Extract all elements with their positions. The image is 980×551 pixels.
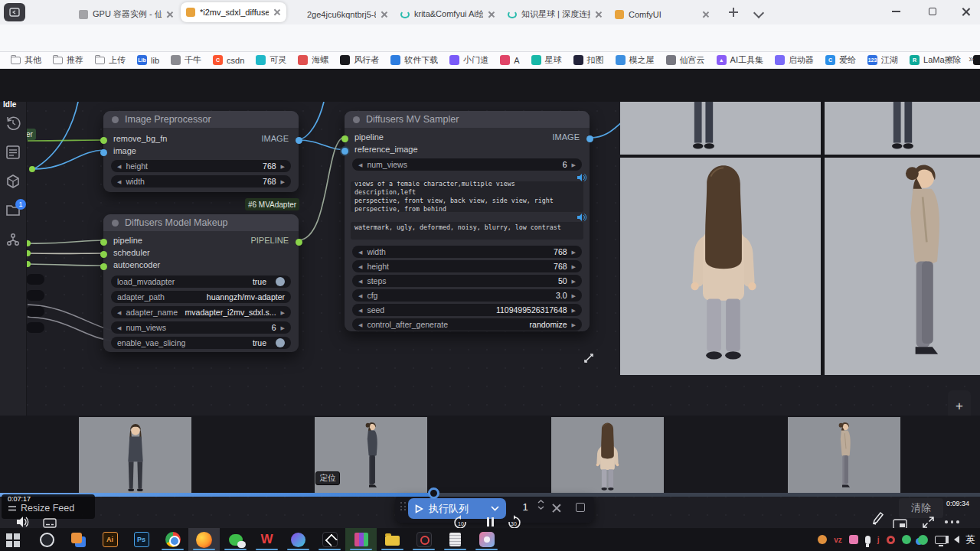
bookmarks-overflow-button[interactable]: » <box>969 54 974 64</box>
node-header[interactable]: Diffusers MV Sampler <box>345 111 590 128</box>
sidebar-workflows-button[interactable]: 1 <box>5 203 21 218</box>
tray-txt-icon[interactable]: vz <box>834 536 842 544</box>
input-socket-autoencoder[interactable] <box>100 263 107 270</box>
tab-close-button[interactable] <box>381 11 388 18</box>
prompt-textarea[interactable]: views of a female character,multiple vie… <box>351 181 583 212</box>
taskbar-app-illustrator[interactable]: Ai <box>94 528 126 551</box>
window-minimize-button[interactable] <box>879 0 913 23</box>
bookmark-8[interactable]: 海螺 <box>298 54 328 66</box>
decrement-arrow-icon[interactable]: ◀ <box>358 279 362 284</box>
increment-arrow-icon[interactable]: ▶ <box>281 325 285 331</box>
taskbar-app-chrome[interactable] <box>157 528 188 551</box>
gallery-image-3[interactable] <box>551 417 664 494</box>
bookmark-19[interactable]: C爱给 <box>825 54 856 66</box>
input-socket-pipeline[interactable] <box>341 135 348 142</box>
output-socket-pipeline[interactable] <box>296 239 302 246</box>
decrement-arrow-icon[interactable]: ◀ <box>117 179 121 184</box>
sidebar-node-library-button[interactable] <box>5 232 21 247</box>
ime-language-indicator[interactable]: 英 <box>966 533 976 546</box>
taskbar-app-capcut[interactable] <box>314 528 345 551</box>
more-options-button[interactable] <box>945 520 962 523</box>
bookmark-6[interactable]: Ccsdn <box>213 55 244 65</box>
taskbar-app-media-app[interactable] <box>283 528 314 551</box>
window-close-button[interactable] <box>949 0 980 23</box>
tab-close-button[interactable] <box>595 11 603 18</box>
volume-icon[interactable] <box>17 517 30 527</box>
widget-height[interactable]: ◀ height 768 ▶ <box>111 160 291 172</box>
node-diffusers-model-makeup[interactable]: Diffusers Model Makeup pipeline PIPELINE… <box>103 214 299 352</box>
bookmark-9[interactable]: 风行者 <box>340 54 379 66</box>
taskbar-app-photoshop[interactable]: Ps <box>126 528 157 551</box>
speaker-icon[interactable] <box>577 174 586 181</box>
browser-tab-1[interactable]: GPU 容器实例 - 仙宫云 Xia <box>74 4 179 24</box>
chevron-down-icon[interactable] <box>491 506 499 511</box>
widget-width[interactable]: ◀ width 768 ▶ <box>111 175 291 187</box>
bookmark-17[interactable]: ▲AI工具集 <box>717 54 763 66</box>
bookmark-1[interactable]: 其他 <box>11 54 41 66</box>
increment-arrow-icon[interactable]: ▶ <box>572 293 576 298</box>
taskbar-app-photos-app[interactable] <box>471 528 502 551</box>
widget-load-mvadapter[interactable]: load_mvadapter true <box>111 276 291 288</box>
stop-button[interactable] <box>576 503 585 512</box>
bookmark-21[interactable]: RLaMa擦除 <box>910 54 962 66</box>
tray-dot-icon[interactable] <box>902 535 911 544</box>
batch-count-stepper[interactable] <box>537 500 544 510</box>
decrement-arrow-icon[interactable]: ◀ <box>358 162 362 168</box>
annotate-pencil-button[interactable] <box>871 511 884 526</box>
clear-queue-button[interactable] <box>551 503 561 513</box>
pause-button[interactable] <box>487 517 494 527</box>
bookmark-20[interactable]: 123江湖 <box>867 54 898 66</box>
tab-close-button[interactable] <box>273 8 281 16</box>
tab-list-button[interactable] <box>755 9 763 17</box>
taskbar-app-winrar[interactable] <box>345 528 377 551</box>
decrement-arrow-icon[interactable]: ◀ <box>117 310 121 315</box>
tab-manager-button[interactable] <box>4 3 25 21</box>
gallery-image-4[interactable] <box>788 417 900 494</box>
batch-count-value[interactable]: 1 <box>516 501 534 513</box>
hidden-output-socket[interactable] <box>29 166 35 172</box>
bookmark-7[interactable]: 可灵 <box>256 54 286 66</box>
input-socket-image[interactable] <box>100 149 107 156</box>
bookmark-5[interactable]: 千牛 <box>171 54 201 66</box>
bookmark-11[interactable]: 小门道 <box>449 54 488 66</box>
node-collapse-dot[interactable] <box>112 220 119 227</box>
drag-handle[interactable] <box>400 502 406 514</box>
sidebar-history-button[interactable] <box>5 116 21 131</box>
taskbar-app-notes-app[interactable] <box>439 528 471 551</box>
widget-adapter-path[interactable]: adapter_path huanngzh/mv-adapter <box>111 291 291 303</box>
negative-prompt-textarea[interactable]: watermark, ugly, deformed, noisy, blurry… <box>351 222 583 240</box>
increment-arrow-icon[interactable]: ▶ <box>281 179 285 184</box>
bookmark-10[interactable]: 软件下载 <box>390 54 438 66</box>
decrement-arrow-icon[interactable]: ◀ <box>358 264 362 269</box>
decrement-arrow-icon[interactable]: ◀ <box>358 308 362 313</box>
caret-down-icon[interactable] <box>537 506 544 510</box>
bookmark-12[interactable]: A <box>500 55 519 65</box>
image-preview-panel[interactable] <box>620 102 980 375</box>
resize-feed-label[interactable]: Resize Feed <box>21 503 74 514</box>
new-tab-button[interactable] <box>726 5 741 20</box>
bookmark-3[interactable]: 上传 <box>95 54 126 66</box>
decrement-arrow-icon[interactable]: ◀ <box>117 325 121 331</box>
input-socket-scheduler[interactable] <box>100 251 107 258</box>
sidebar-model-library-button[interactable] <box>5 174 21 189</box>
output-socket-image[interactable] <box>586 135 593 142</box>
bookmark-18[interactable]: 启动器 <box>775 54 814 66</box>
browser-tab-6[interactable]: ComfyUI <box>609 4 715 24</box>
taskbar-app-wechat[interactable] <box>220 528 251 551</box>
widget-enable-vae-slicing[interactable]: enable_vae_slicing true <box>111 337 291 349</box>
tray-speaker-icon[interactable] <box>954 536 959 543</box>
clear-button[interactable]: 清除 <box>899 498 943 518</box>
captions-icon[interactable] <box>43 518 57 528</box>
browser-tab-5[interactable]: 知识星球 | 深度连接铁杆粉 <box>502 4 608 24</box>
increment-arrow-icon[interactable]: ▶ <box>572 279 576 284</box>
widget-height[interactable]: ◀ height 768 ▶ <box>352 260 582 272</box>
widget-seed[interactable]: ◀ seed 1109499526317648 ▶ <box>352 304 582 316</box>
window-maximize-button[interactable] <box>916 0 949 23</box>
caret-up-icon[interactable] <box>537 500 544 504</box>
input-socket-pipeline[interactable] <box>100 239 107 246</box>
taskbar-app-wps[interactable]: W <box>251 528 283 551</box>
fullscreen-resize-button[interactable] <box>922 516 935 529</box>
input-socket-remove_bg_fn[interactable] <box>100 137 107 144</box>
taskbar-app-windows-start[interactable] <box>0 528 31 551</box>
widget-num-views[interactable]: ◀ num_views 6 ▶ <box>352 158 582 171</box>
